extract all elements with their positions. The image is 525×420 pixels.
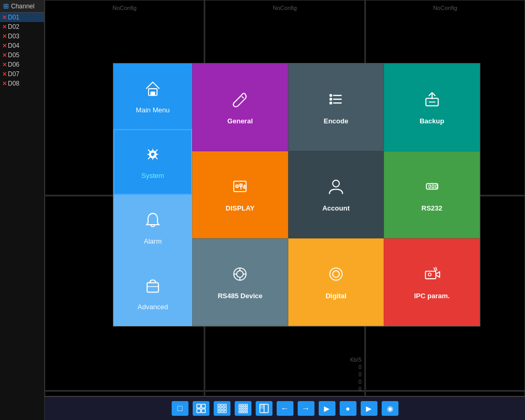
svg-rect-71 xyxy=(260,404,264,408)
sidebar-item-main-menu[interactable]: Main Menu xyxy=(113,64,192,129)
channel-sidebar: ⊞ Channel ✕ D01 ✕ D02 ✕ D03 ✕ D04 ✕ D05 … xyxy=(0,0,45,420)
svg-rect-68 xyxy=(246,412,247,413)
play-button[interactable]: ▶ xyxy=(319,401,335,416)
svg-line-6 xyxy=(242,96,244,98)
sidebar-item-system[interactable]: System xyxy=(113,129,192,195)
svg-rect-58 xyxy=(241,407,243,408)
svg-point-29 xyxy=(237,271,244,278)
no-config-label: NoConfig xyxy=(112,5,136,11)
svg-rect-65 xyxy=(239,412,240,413)
svg-rect-50 xyxy=(218,411,220,413)
svg-point-11 xyxy=(330,98,332,100)
sidebar-item[interactable]: ✕ D01 xyxy=(0,13,44,22)
custom-view-button[interactable] xyxy=(256,401,272,416)
camera-cell-9 xyxy=(365,391,525,396)
sidebar-item[interactable]: ✕ D05 xyxy=(0,50,44,60)
svg-rect-47 xyxy=(218,407,220,410)
svg-point-23 xyxy=(333,181,340,187)
svg-rect-25 xyxy=(428,185,430,188)
digital-label: Digital xyxy=(326,292,346,300)
tile-rs232[interactable]: RS232 xyxy=(384,151,480,239)
svg-point-12 xyxy=(330,102,332,104)
tile-backup[interactable]: Backup xyxy=(384,64,480,151)
wrench-icon xyxy=(230,90,249,113)
upload-box-icon xyxy=(423,90,442,113)
playback-button[interactable]: ▶ xyxy=(361,401,377,416)
menu-sidebar: Main Menu xyxy=(113,64,192,326)
svg-point-4 xyxy=(154,155,156,157)
rs232-label: RS232 xyxy=(422,204,443,212)
ipc-label: IPC param. xyxy=(414,292,450,300)
svg-rect-53 xyxy=(239,404,240,406)
record-button[interactable]: ● xyxy=(340,401,356,416)
svg-point-10 xyxy=(330,94,332,97)
tile-encode[interactable]: Encode xyxy=(288,64,384,151)
toolbar: □ xyxy=(45,396,525,420)
no-config-label: NoConfig xyxy=(433,5,457,11)
tile-digital[interactable]: Digital xyxy=(288,238,384,326)
tile-ipc[interactable]: IPC param. xyxy=(384,238,480,326)
svg-rect-62 xyxy=(241,409,243,411)
svg-rect-54 xyxy=(241,404,243,406)
svg-rect-26 xyxy=(432,185,434,188)
nine-view-button[interactable] xyxy=(214,401,230,416)
camera-cell-8: Kb/S0000 xyxy=(205,391,364,396)
sidebar-item[interactable]: ✕ D07 xyxy=(0,69,44,79)
svg-rect-52 xyxy=(224,411,226,413)
home-icon xyxy=(143,79,162,102)
svg-line-39 xyxy=(436,268,437,270)
svg-rect-59 xyxy=(244,407,245,408)
sidebar-item[interactable]: ✕ D02 xyxy=(0,22,44,32)
sidebar-item[interactable]: ✕ D03 xyxy=(0,32,44,41)
svg-rect-60 xyxy=(246,407,247,408)
svg-rect-57 xyxy=(239,407,240,408)
system-label: System xyxy=(141,172,164,180)
svg-rect-44 xyxy=(218,404,220,406)
sidebar-item-alarm[interactable]: Alarm xyxy=(113,195,192,260)
main-area: NoConfig NoConfig NoConfig nfig Kb/S0000 xyxy=(45,0,525,396)
sixteen-view-button[interactable] xyxy=(235,401,251,416)
svg-rect-46 xyxy=(224,404,226,406)
svg-point-34 xyxy=(330,268,342,280)
prev-button[interactable]: ← xyxy=(277,401,293,416)
svg-rect-51 xyxy=(221,411,223,413)
sidebar-item[interactable]: ✕ D08 xyxy=(0,79,44,88)
encode-label: Encode xyxy=(324,117,349,125)
single-view-button[interactable]: □ xyxy=(172,401,188,416)
svg-rect-66 xyxy=(241,412,243,413)
error-icon: ✕ xyxy=(2,80,7,87)
menu-overlay: Main Menu xyxy=(113,63,480,327)
next-button[interactable]: → xyxy=(298,401,314,416)
sidebar-header: ⊞ Channel xyxy=(0,0,44,13)
camera-sec-icon xyxy=(423,265,442,288)
sidebar-title: Channel xyxy=(11,3,35,10)
record2-button[interactable]: ◉ xyxy=(382,401,398,416)
error-icon: ✕ xyxy=(2,43,7,49)
target-icon xyxy=(230,265,249,288)
account-label: Account xyxy=(322,204,350,212)
channel-label: D05 xyxy=(8,51,19,59)
menu-grid: General Encode xyxy=(192,64,480,326)
error-icon: ✕ xyxy=(2,14,7,21)
channel-label: D02 xyxy=(8,23,19,30)
tile-rs485[interactable]: RS485 Device xyxy=(192,238,288,326)
svg-rect-56 xyxy=(246,404,247,406)
tile-display[interactable]: DISPLAY xyxy=(192,151,288,239)
bell-icon xyxy=(143,211,162,233)
sidebar-item-advanced[interactable]: Advanced xyxy=(113,260,192,326)
quad-view-button[interactable] xyxy=(193,401,209,416)
svg-rect-1 xyxy=(151,92,154,95)
svg-rect-55 xyxy=(244,404,245,406)
sidebar-item[interactable]: ✕ D06 xyxy=(0,60,44,69)
svg-rect-48 xyxy=(221,407,223,410)
svg-rect-61 xyxy=(239,409,240,411)
svg-rect-43 xyxy=(202,409,205,413)
error-icon: ✕ xyxy=(2,71,7,78)
error-icon: ✕ xyxy=(2,52,7,59)
sidebar-item[interactable]: ✕ D04 xyxy=(0,41,44,50)
tile-general[interactable]: General xyxy=(192,64,288,151)
chips-icon xyxy=(423,177,442,200)
svg-rect-27 xyxy=(435,185,437,188)
tile-account[interactable]: Account xyxy=(288,151,384,239)
channel-icon: ⊞ xyxy=(3,2,9,10)
